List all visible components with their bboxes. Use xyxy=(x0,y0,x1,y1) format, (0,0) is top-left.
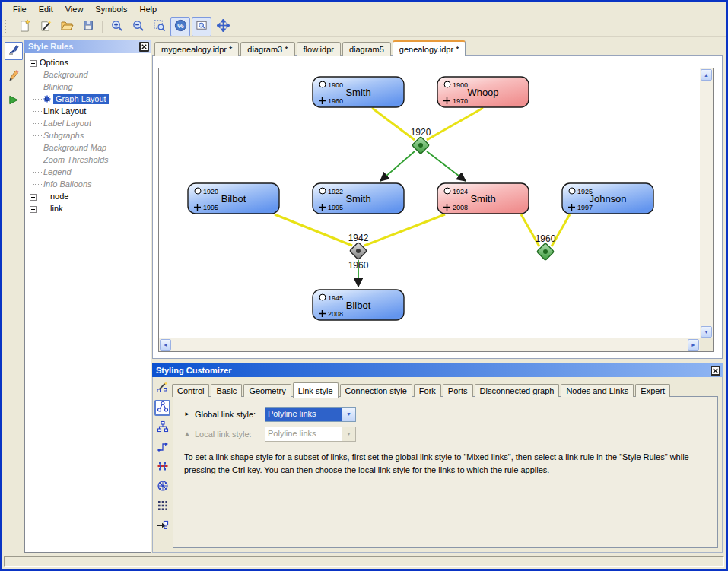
graph-layout-button[interactable] xyxy=(154,400,170,416)
menu-help[interactable]: Help xyxy=(134,2,164,16)
diagram-vertical-scrollbar[interactable]: ▲ ▼ xyxy=(700,68,713,338)
person-node-johnson-1925[interactable]: 1925Johnson1997 xyxy=(562,183,653,214)
link-routing-button[interactable] xyxy=(154,439,170,455)
tree-item-link-layout[interactable]: Link Layout xyxy=(33,105,151,117)
customizer-tab-control[interactable]: Control xyxy=(172,384,209,397)
document-tab-flow-idpr[interactable]: flow.idpr xyxy=(297,42,341,56)
tree-item-label: Background xyxy=(43,70,88,79)
application-window: FileEditViewSymbolsHelp % Style Rules Op… xyxy=(0,0,728,571)
child-link[interactable] xyxy=(380,151,415,181)
person-node-smith-1924[interactable]: 1924Smith2008 xyxy=(437,183,529,214)
customizer-tab-connection-style[interactable]: Connection style xyxy=(340,384,412,397)
zoom-selection-button[interactable] xyxy=(149,17,169,36)
menu-edit[interactable]: Edit xyxy=(33,2,59,16)
bus-layout-button[interactable] xyxy=(154,459,170,475)
circular-layout-button[interactable] xyxy=(154,479,170,495)
toolbar-grip-handle[interactable] xyxy=(5,20,10,33)
link-style-help-text: To set a link shape style for a subset o… xyxy=(184,451,707,476)
run-icon xyxy=(8,94,19,109)
scroll-left-icon[interactable]: ◄ xyxy=(160,339,171,351)
open-button[interactable] xyxy=(57,17,77,36)
marriage-link[interactable] xyxy=(427,108,483,140)
tree-layout-button[interactable] xyxy=(154,420,170,436)
tree-expander-icon[interactable] xyxy=(30,59,37,66)
tree-item-label-layout[interactable]: Label Layout xyxy=(33,117,151,129)
tree-item-background[interactable]: Background xyxy=(33,68,151,81)
scroll-right-icon[interactable]: ► xyxy=(688,339,699,351)
born-icon xyxy=(319,81,326,87)
gear-icon xyxy=(43,95,51,103)
tree-item-subgraphs[interactable]: Subgraphs xyxy=(33,129,151,141)
tree-connector xyxy=(33,135,42,136)
genealogy-diagram-canvas[interactable]: 19201942196019601900Smith19601900Whoop19… xyxy=(159,68,700,338)
child-link[interactable] xyxy=(427,151,466,181)
customizer-tab-expert[interactable]: Expert xyxy=(635,384,670,397)
open-icon xyxy=(60,18,74,35)
style-wizard-button[interactable] xyxy=(36,17,56,36)
zoom-percent-button[interactable]: % xyxy=(170,17,190,36)
incremental-layout-button[interactable] xyxy=(154,519,170,535)
styling-customizer-titlebar[interactable]: Styling Customizer xyxy=(152,363,723,377)
customizer-tab-nodes-and-links[interactable]: Nodes and Links xyxy=(561,384,634,397)
tree-item-legend[interactable]: Legend xyxy=(33,166,151,178)
customizer-tab-link-style[interactable]: Link style xyxy=(293,382,339,398)
grid-layout-button[interactable] xyxy=(154,499,170,515)
person-node-smith-1922[interactable]: 1922Smith1995 xyxy=(313,183,404,214)
tree-connector xyxy=(33,123,42,124)
customizer-tab-basic[interactable]: Basic xyxy=(211,384,242,397)
layout-wizard-button[interactable] xyxy=(154,380,170,396)
tree-item-graph-layout[interactable]: Graph Layout xyxy=(33,93,151,105)
tree-item-zoom-thresholds[interactable]: Zoom Thresholds xyxy=(33,154,151,166)
died-year: 2008 xyxy=(328,310,343,318)
tree-item-background-map[interactable]: Background Map xyxy=(33,141,151,154)
diagram-horizontal-scrollbar[interactable]: ◄ ► xyxy=(159,338,700,351)
tree-item-link[interactable]: link xyxy=(30,202,151,214)
tree-item-label: link xyxy=(50,204,63,213)
scroll-down-icon[interactable]: ▼ xyxy=(701,326,712,338)
person-node-smith-1900[interactable]: 1900Smith1960 xyxy=(313,77,404,107)
document-tab-diagram5[interactable]: diagram5 xyxy=(342,42,391,56)
customizer-tab-ports[interactable]: Ports xyxy=(443,384,473,397)
document-tab-genealogy-idpr[interactable]: genealogy.idpr * xyxy=(393,40,466,56)
menu-file[interactable]: File xyxy=(7,2,33,16)
run-button[interactable] xyxy=(5,92,23,110)
new-document-button[interactable] xyxy=(14,17,34,36)
tree-item-label: Graph Layout xyxy=(53,94,109,104)
person-name: Smith xyxy=(345,193,370,205)
document-tab-diagram3[interactable]: diagram3 * xyxy=(240,42,294,56)
tree-expander-icon[interactable] xyxy=(30,205,37,212)
customizer-tab-fork[interactable]: Fork xyxy=(414,384,441,397)
tree-item-info-balloons[interactable]: Info Balloons xyxy=(33,178,151,190)
zoom-out-button[interactable] xyxy=(128,17,148,36)
close-icon[interactable] xyxy=(139,42,149,52)
collapse-marker-icon[interactable]: ▲ xyxy=(184,430,195,437)
marriage-link[interactable] xyxy=(364,214,445,246)
marriage-link[interactable] xyxy=(372,108,415,140)
style-rules-titlebar[interactable]: Style Rules xyxy=(24,40,151,53)
person-node-bilbot-1945[interactable]: 1945Bilbot2008 xyxy=(313,290,404,320)
chevron-down-icon[interactable]: ▼ xyxy=(342,408,355,421)
close-icon[interactable] xyxy=(711,366,720,376)
customizer-tab-geometry[interactable]: Geometry xyxy=(243,384,291,397)
menu-symbols[interactable]: Symbols xyxy=(89,2,133,16)
global-link-style-combobox[interactable]: Polyline links▼ xyxy=(265,407,356,422)
pan-button[interactable] xyxy=(213,17,233,36)
tree-item-node[interactable]: node xyxy=(30,190,151,202)
marriage-link[interactable] xyxy=(275,214,352,246)
tree-expander-icon[interactable] xyxy=(30,193,37,200)
document-tab-mygenealogy-idpr[interactable]: mygenealogy.idpr * xyxy=(154,42,239,56)
zoom-in-icon xyxy=(110,19,123,35)
edit-pencil-button[interactable] xyxy=(5,67,23,85)
scroll-up-icon[interactable]: ▲ xyxy=(701,69,712,81)
menu-view[interactable]: View xyxy=(59,2,90,16)
overview-button[interactable] xyxy=(192,17,211,36)
save-button[interactable] xyxy=(78,17,98,36)
style-brush-button[interactable] xyxy=(5,42,23,60)
zoom-in-button[interactable] xyxy=(106,17,126,36)
tree-item-options[interactable]: Options xyxy=(30,56,151,68)
person-node-whoop-1900[interactable]: 1900Whoop1970 xyxy=(437,77,529,107)
expand-marker-icon[interactable]: ► xyxy=(184,411,195,417)
person-node-bilbot-1920[interactable]: 1920Bilbot1995 xyxy=(188,183,279,214)
customizer-tab-disconnected-graph[interactable]: Disconnected graph xyxy=(475,384,560,397)
tree-item-blinking[interactable]: Blinking xyxy=(33,81,151,93)
